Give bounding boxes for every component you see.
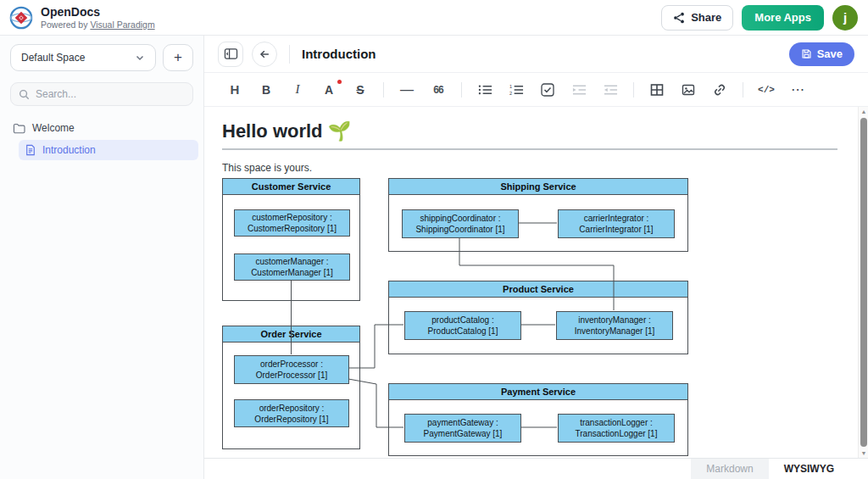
part-product-catalog: productCatalog : ProductCatalog [1] xyxy=(404,311,521,340)
service-box-customer: Customer Service customerRepository : Cu… xyxy=(222,178,360,301)
markdown-mode-button[interactable]: Markdown xyxy=(691,459,768,479)
table-button[interactable] xyxy=(648,81,665,99)
scrollbar-down-arrow[interactable]: ▼ xyxy=(859,450,868,456)
horizontal-rule-button[interactable]: — xyxy=(398,81,415,99)
bold-button[interactable]: B xyxy=(258,81,275,99)
svg-text:2: 2 xyxy=(509,90,512,95)
toolbar-divider xyxy=(461,82,462,97)
user-avatar[interactable]: j xyxy=(832,5,858,31)
part-carrier-integrator: carrierIntegrator : CarrierIntegrator [1… xyxy=(558,209,675,238)
scrollbar-thumb[interactable] xyxy=(860,118,867,447)
page-tree: Welcome Introduction xyxy=(0,119,203,160)
document-canvas[interactable]: Hello world 🌱 This space is yours. Custo… xyxy=(204,107,868,458)
heading-rule xyxy=(222,148,837,150)
panel-left-icon xyxy=(224,47,238,60)
part-payment-gateway: paymentGateway : PaymentGateway [1] xyxy=(404,414,521,443)
service-box-payment: Payment Service paymentGateway : Payment… xyxy=(388,383,688,456)
scrollbar-up-arrow[interactable]: ▲ xyxy=(859,109,868,114)
formatting-toolbar: H B I A S — 66 12 xyxy=(204,73,868,107)
bullet-list-button[interactable] xyxy=(476,81,493,99)
visual-paradigm-logo-icon xyxy=(8,5,34,31)
share-icon xyxy=(673,12,685,24)
part-order-repository: orderRepository : OrderRepository [1] xyxy=(234,399,349,427)
toolbar-divider xyxy=(383,82,384,97)
part-customer-manager: customerManager : CustomerManager [1] xyxy=(234,253,350,281)
editor-area: Introduction Save H B I A S — xyxy=(204,36,868,479)
titlebar-divider xyxy=(289,45,290,64)
tree-item-welcome[interactable]: Welcome xyxy=(0,119,203,137)
service-title: Shipping Service xyxy=(389,179,687,195)
search-box[interactable] xyxy=(10,82,193,106)
wysiwyg-mode-button[interactable]: WYSIWYG xyxy=(769,459,849,479)
text-color-button[interactable]: A xyxy=(320,81,337,99)
brand-text: OpenDocs Powered by Visual Paradigm xyxy=(41,5,155,29)
document-icon xyxy=(25,144,36,156)
italic-button[interactable]: I xyxy=(289,81,306,99)
more-tools-button[interactable]: ⋯ xyxy=(789,81,806,99)
add-space-button[interactable]: + xyxy=(163,44,193,71)
sidebar: Default Space + xyxy=(0,36,204,479)
toolbar-divider xyxy=(743,82,743,97)
service-title: Product Service xyxy=(389,281,687,298)
share-button[interactable]: Share xyxy=(661,5,733,31)
top-header: OpenDocs Powered by Visual Paradigm Shar… xyxy=(0,0,868,36)
editor-mode-bar: Markdown WYSIWYG xyxy=(204,458,868,479)
top-actions: Share More Apps j xyxy=(661,5,858,31)
indent-button[interactable] xyxy=(570,81,587,99)
folder-icon xyxy=(13,123,25,134)
chevron-down-icon xyxy=(135,53,145,63)
part-shipping-coordinator: shippingCoordinator : ShippingCoordinato… xyxy=(402,209,519,238)
save-button[interactable]: Save xyxy=(789,42,854,66)
editor-titlebar: Introduction Save xyxy=(204,36,868,73)
service-title: Customer Service xyxy=(223,179,359,195)
part-customer-repository: customerRepository : CustomerRepository … xyxy=(234,209,350,237)
part-transaction-logger: transactionLogger : TransactionLogger [1… xyxy=(558,414,675,443)
space-selector[interactable]: Default Space xyxy=(10,44,156,71)
page-title: Introduction xyxy=(302,47,376,61)
color-dot-icon xyxy=(337,80,342,84)
task-list-button[interactable] xyxy=(539,81,556,99)
part-order-processor: orderProcessor : OrderProcessor [1] xyxy=(234,355,349,384)
service-box-order: Order Service orderProcessor : OrderProc… xyxy=(222,326,360,449)
svg-text:1: 1 xyxy=(509,84,512,89)
intro-paragraph: This space is yours. xyxy=(222,162,837,174)
brand: OpenDocs Powered by Visual Paradigm xyxy=(8,5,155,31)
service-title: Order Service xyxy=(223,326,359,343)
image-button[interactable] xyxy=(680,81,697,99)
service-box-product: Product Service productCatalog : Product… xyxy=(388,281,688,354)
search-input[interactable] xyxy=(36,88,185,100)
ordered-list-button[interactable]: 12 xyxy=(508,81,525,99)
quote-button[interactable]: 66 xyxy=(430,81,447,99)
part-inventory-manager: inventoryManager : InventoryManager [1] xyxy=(556,311,673,340)
visual-paradigm-link[interactable]: Visual Paradigm xyxy=(90,19,154,30)
vertical-scrollbar[interactable]: ▲ ▼ xyxy=(858,107,868,458)
code-button[interactable]: </> xyxy=(758,81,775,99)
strikethrough-button[interactable]: S xyxy=(352,81,369,99)
app-window: OpenDocs Powered by Visual Paradigm Shar… xyxy=(0,0,868,479)
search-icon xyxy=(19,89,30,100)
arrow-left-icon xyxy=(259,48,271,60)
back-button[interactable] xyxy=(252,42,277,67)
save-icon xyxy=(801,48,812,59)
more-apps-button[interactable]: More Apps xyxy=(742,5,824,31)
heading-button[interactable]: H xyxy=(226,81,243,99)
service-box-shipping: Shipping Service shippingCoordinator : S… xyxy=(388,178,688,252)
component-diagram: Customer Service customerRepository : Cu… xyxy=(222,178,697,458)
toggle-sidebar-button[interactable] xyxy=(218,42,243,67)
service-title: Payment Service xyxy=(389,384,687,400)
link-button[interactable] xyxy=(711,81,728,99)
tree-item-introduction[interactable]: Introduction xyxy=(19,140,198,160)
powered-by: Powered by Visual Paradigm xyxy=(41,19,155,30)
outdent-button[interactable] xyxy=(602,81,619,99)
app-title: OpenDocs xyxy=(41,5,155,19)
toolbar-divider xyxy=(633,82,634,97)
document-heading: Hello world 🌱 xyxy=(222,120,837,142)
